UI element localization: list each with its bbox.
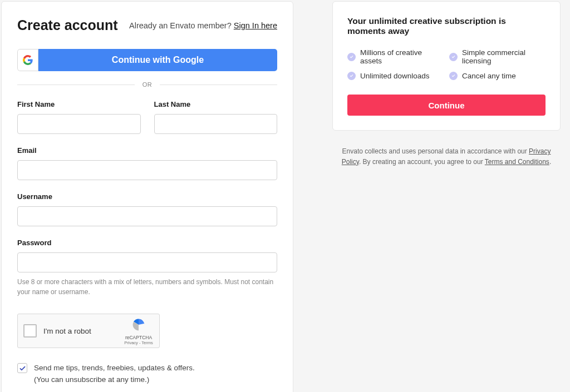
check-icon — [19, 365, 26, 372]
benefit-item: Simple commercial licensing — [449, 48, 546, 65]
recaptcha-checkbox[interactable] — [23, 324, 37, 338]
last-name-label: Last Name — [154, 100, 278, 108]
divider-text: OR — [135, 81, 160, 88]
email-label: Email — [17, 146, 277, 155]
disclaimer-text-3: . — [549, 158, 551, 166]
benefit-label: Millions of creative assets — [360, 48, 444, 65]
last-name-input[interactable] — [154, 114, 278, 134]
header-row: Create account Already an Envato member?… — [17, 17, 277, 33]
username-label: Username — [17, 192, 277, 201]
first-name-input[interactable] — [17, 114, 141, 134]
continue-with-google-button[interactable]: Continue with Google — [17, 49, 277, 71]
subscription-panel: Your unlimited creative subscription is … — [332, 1, 561, 131]
sign-in-link[interactable]: Sign In here — [234, 21, 277, 30]
password-label: Password — [17, 239, 277, 247]
marketing-consent-checkbox[interactable] — [17, 363, 27, 373]
benefits-list: Millions of creative assets Simple comme… — [347, 48, 546, 80]
signin-prompt: Already an Envato member? Sign In here — [129, 21, 277, 30]
legal-disclaimer: Envato collects and uses personal data i… — [332, 146, 561, 167]
benefit-item: Unlimited downloads — [347, 72, 444, 80]
google-icon — [17, 49, 38, 71]
recaptcha-terms[interactable]: Privacy - Terms — [124, 340, 154, 345]
marketing-consent-text: Send me tips, trends, freebies, updates … — [34, 363, 195, 386]
create-account-panel: Create account Already an Envato member?… — [1, 1, 293, 392]
page-title: Create account — [17, 17, 118, 33]
marketing-consent-row: Send me tips, trends, freebies, updates … — [17, 363, 277, 386]
recaptcha-widget: I'm not a robot reCAPTCHA Privacy - Term… — [17, 314, 160, 348]
continue-button[interactable]: Continue — [347, 95, 546, 116]
recaptcha-logo: reCAPTCHA Privacy - Terms — [124, 317, 154, 345]
divider-line — [17, 85, 135, 85]
benefit-item: Cancel any time — [449, 72, 546, 80]
google-button-label: Continue with Google — [38, 49, 277, 71]
subscription-title: Your unlimited creative subscription is … — [347, 16, 546, 36]
consent-line1: Send me tips, trends, freebies, updates … — [34, 364, 195, 372]
email-input[interactable] — [17, 160, 277, 180]
benefit-label: Unlimited downloads — [360, 72, 430, 80]
first-name-label: First Name — [17, 100, 141, 108]
benefit-item: Millions of creative assets — [347, 48, 444, 65]
check-circle-icon — [449, 53, 458, 61]
disclaimer-text-1: Envato collects and uses personal data i… — [342, 147, 529, 155]
password-input[interactable] — [17, 252, 277, 272]
password-hint: Use 8 or more characters with a mix of l… — [17, 277, 277, 297]
terms-link[interactable]: Terms and Conditions — [485, 158, 549, 166]
disclaimer-text-2: . By creating an account, you agree to o… — [359, 158, 485, 166]
check-circle-icon — [347, 72, 356, 80]
recaptcha-label: I'm not a robot — [43, 327, 91, 335]
username-input[interactable] — [17, 206, 277, 226]
divider-line — [160, 85, 277, 85]
consent-line2: (You can unsubscribe at any time.) — [34, 375, 149, 384]
benefit-label: Simple commercial licensing — [462, 48, 546, 65]
check-circle-icon — [449, 72, 458, 80]
benefit-label: Cancel any time — [462, 72, 516, 80]
recaptcha-brand: reCAPTCHA — [124, 335, 154, 340]
check-circle-icon — [347, 53, 356, 61]
already-member-text: Already an Envato member? — [129, 21, 234, 30]
or-divider: OR — [17, 81, 277, 88]
